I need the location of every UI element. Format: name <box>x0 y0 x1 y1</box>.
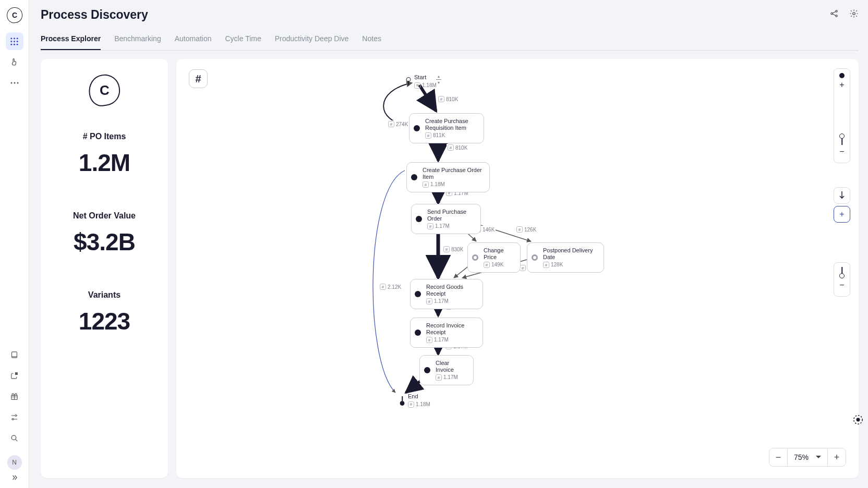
nav-book-icon[interactable] <box>6 346 23 363</box>
nav-pointer-icon[interactable] <box>6 53 23 71</box>
tab-process-explorer[interactable]: Process Explorer <box>41 29 101 50</box>
edge-label: #126K <box>515 226 537 233</box>
edge-label: #830K <box>442 246 464 253</box>
tab-benchmarking[interactable]: Benchmarking <box>114 29 161 50</box>
flow-node-po[interactable]: Create Purchase Order Item #1.18M <box>406 162 490 192</box>
main-region: Process Discovery Process Explorer Bench… <box>29 0 868 488</box>
nav-external-icon[interactable] <box>6 367 23 384</box>
svg-point-8 <box>17 43 18 45</box>
help-float-icon[interactable] <box>851 413 865 426</box>
node-dot-icon <box>414 125 420 131</box>
svg-point-16 <box>12 418 14 420</box>
app-logo[interactable]: C <box>6 6 23 24</box>
svg-point-11 <box>17 82 18 84</box>
tab-notes[interactable]: Notes <box>362 29 381 50</box>
svg-point-1 <box>14 38 15 39</box>
settings-icon[interactable] <box>849 9 859 20</box>
share-icon[interactable] <box>829 9 839 20</box>
svg-point-0 <box>10 38 12 39</box>
end-pin-icon <box>400 396 405 405</box>
svg-point-15 <box>15 414 17 416</box>
svg-point-9 <box>10 82 12 84</box>
tab-automation[interactable]: Automation <box>175 29 212 50</box>
svg-point-17 <box>11 435 16 440</box>
nav-search-icon[interactable] <box>6 429 23 447</box>
kpi-label: # PO Items <box>79 132 130 141</box>
svg-point-2 <box>17 38 18 39</box>
nav-sliders-icon[interactable] <box>6 408 23 426</box>
zoom-out-button[interactable]: − <box>769 448 787 466</box>
flow-node-end[interactable]: End #1.18M <box>400 393 430 408</box>
svg-point-10 <box>14 82 15 84</box>
svg-point-3 <box>10 40 12 42</box>
svg-point-19 <box>836 10 837 12</box>
edge-label: #2.12K <box>379 283 402 290</box>
svg-point-5 <box>17 40 18 42</box>
kpi-card: C # PO Items 1.2M Net Order Value $3.2B … <box>41 59 168 478</box>
process-canvas[interactable]: # + − + − <box>176 59 859 478</box>
zoom-control: − 75% + <box>769 448 846 467</box>
svg-point-7 <box>14 43 15 45</box>
nav-more-icon[interactable] <box>6 74 23 92</box>
tab-bar: Process Explorer Benchmarking Automation… <box>41 29 859 51</box>
kpi-value: 1.2M <box>79 149 130 177</box>
edge-label: #810K <box>447 144 468 151</box>
tab-productivity[interactable]: Productivity Deep Dive <box>275 29 349 50</box>
flow-node-price[interactable]: Change Price #149K <box>467 242 521 273</box>
nav-gift-icon[interactable] <box>6 387 23 405</box>
zoom-dropdown[interactable]: 75% <box>788 448 827 466</box>
flow-node-postp[interactable]: Postponed Delivery Date #128K <box>527 242 604 273</box>
svg-point-21 <box>853 13 855 15</box>
kpi-value: 1223 <box>79 307 130 335</box>
svg-point-23 <box>857 418 860 421</box>
zoom-in-button[interactable]: + <box>828 448 846 466</box>
flow-node-req[interactable]: Create Purchase Requisition Item #811K <box>409 113 484 143</box>
kpi-nov: Net Order Value $3.2B <box>73 211 136 256</box>
flow-node-goods[interactable]: Record Goods Receipt #1.17M <box>410 279 483 309</box>
start-pin-icon <box>406 77 411 86</box>
page-header: Process Discovery <box>41 0 859 29</box>
flow-node-clear[interactable]: Clear Invoice #1.17M <box>419 355 474 385</box>
flow-node-send[interactable]: Send Purchase Order #1.17M <box>411 204 481 234</box>
svg-point-20 <box>836 15 837 17</box>
kpi-value: $3.2B <box>73 228 136 256</box>
expand-rail-icon[interactable] <box>10 474 19 483</box>
kpi-label: Variants <box>79 290 130 300</box>
flow-node-start[interactable]: Start #1.18M <box>406 74 437 89</box>
svg-point-18 <box>831 13 833 14</box>
tab-cycle-time[interactable]: Cycle Time <box>225 29 261 50</box>
nav-apps-icon[interactable] <box>6 32 23 50</box>
left-nav-rail: C N <box>0 0 29 488</box>
kpi-variants: Variants 1223 <box>79 290 130 335</box>
sort-icon[interactable] <box>436 75 441 84</box>
svg-rect-13 <box>15 372 18 375</box>
svg-point-6 <box>10 43 12 45</box>
user-avatar[interactable]: N <box>7 455 22 470</box>
edge-label: #810K <box>437 95 459 103</box>
svg-point-4 <box>14 40 15 42</box>
edge-label: #274K <box>387 120 409 128</box>
kpi-label: Net Order Value <box>73 211 136 221</box>
page-title: Process Discovery <box>41 8 148 22</box>
kpi-po: # PO Items 1.2M <box>79 132 130 177</box>
flow-node-inv[interactable]: Record Invoice Receipt #1.17M <box>410 318 483 348</box>
kpi-logo: C <box>87 72 122 108</box>
